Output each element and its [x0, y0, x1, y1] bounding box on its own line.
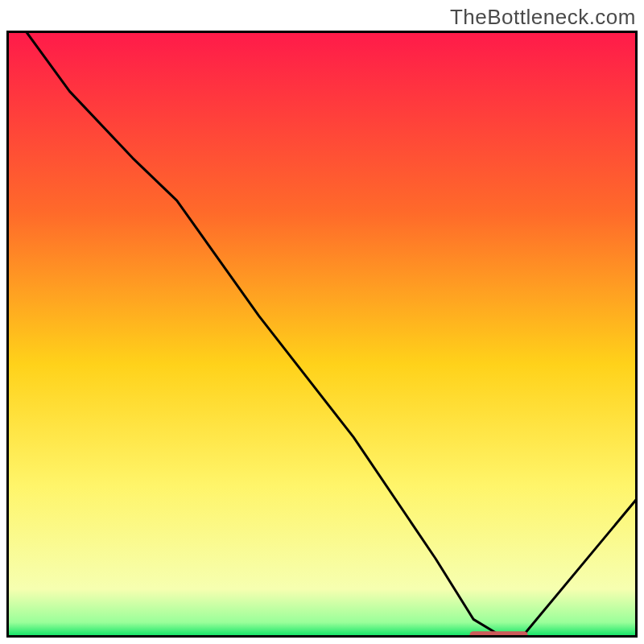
watermark-text: TheBottleneck.com	[450, 5, 636, 30]
plot-area	[6, 31, 638, 638]
plot-svg	[6, 31, 638, 638]
chart-container: TheBottleneck.com	[0, 0, 644, 644]
gradient-background	[6, 31, 638, 638]
